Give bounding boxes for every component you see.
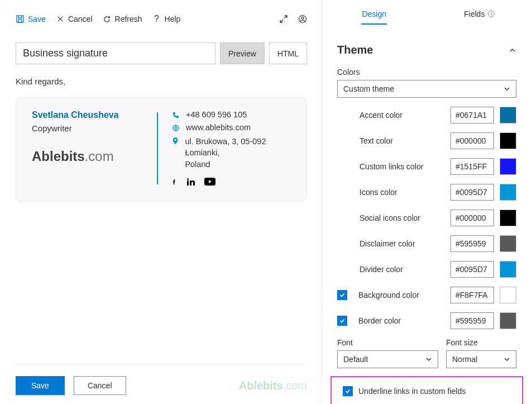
- footer-logo: Ablebits.com: [239, 379, 307, 392]
- signature-preview-card: Svetlana Cheusheva Copywriter Ablebits.c…: [16, 97, 307, 202]
- facebook-icon: [171, 178, 178, 187]
- colors-label: Colors: [337, 68, 516, 77]
- chevron-down-icon: [425, 356, 432, 363]
- color-hex-input[interactable]: [450, 261, 494, 278]
- toolbar-save-label: Save: [28, 15, 46, 23]
- signature-role: Copywriter: [32, 123, 143, 133]
- color-label: Text color: [337, 136, 445, 145]
- font-select-value: Default: [343, 355, 368, 364]
- color-hex-input[interactable]: [450, 184, 494, 201]
- chevron-down-icon: [504, 85, 510, 92]
- color-swatch[interactable]: [500, 107, 516, 123]
- font-select[interactable]: Default: [337, 350, 438, 368]
- color-swatch[interactable]: [500, 210, 516, 226]
- signature-logo: Ablebits.com: [32, 149, 143, 164]
- signature-name-input[interactable]: [16, 42, 215, 64]
- toolbar-help-label: Help: [165, 15, 181, 23]
- color-swatch[interactable]: [500, 184, 516, 201]
- save-icon: [16, 15, 25, 23]
- color-swatch[interactable]: [500, 235, 516, 252]
- phone-icon: [171, 110, 180, 119]
- color-row: Accent color: [337, 107, 516, 123]
- color-hex-input[interactable]: [450, 312, 494, 329]
- tab-design-label: Design: [362, 9, 386, 18]
- globe-icon: [171, 123, 180, 132]
- color-swatch[interactable]: [500, 158, 516, 175]
- theme-section-title: Theme: [337, 44, 373, 56]
- font-label: Font: [337, 338, 438, 347]
- color-row: Background color: [337, 287, 516, 303]
- tab-fields[interactable]: Fields i: [427, 0, 533, 28]
- expand-button[interactable]: [279, 15, 288, 23]
- color-hex-input[interactable]: [450, 235, 494, 252]
- footer-cancel-button[interactable]: Cancel: [74, 376, 126, 395]
- cancel-icon: [56, 15, 65, 23]
- help-icon: ?: [152, 15, 161, 23]
- tab-fields-label: Fields: [464, 9, 485, 18]
- color-swatch[interactable]: [500, 261, 516, 278]
- color-row: Icons color: [337, 184, 516, 201]
- right-tabs: Design Fields i: [322, 0, 532, 28]
- greeting-text: Kind regards,: [16, 77, 307, 86]
- collapse-button[interactable]: [509, 46, 516, 54]
- tab-design[interactable]: Design: [322, 0, 427, 28]
- toolbar-help-button[interactable]: ? Help: [152, 15, 181, 23]
- toolbar-save-button[interactable]: Save: [16, 15, 46, 23]
- account-button[interactable]: [298, 15, 307, 23]
- color-hex-input[interactable]: [450, 287, 494, 303]
- svg-rect-1: [18, 20, 22, 22]
- font-size-label: Font size: [446, 338, 516, 347]
- color-hex-input[interactable]: [450, 210, 494, 226]
- underline-links-option[interactable]: Underline links in custom fields: [343, 386, 515, 396]
- toolbar-cancel-label: Cancel: [68, 15, 93, 23]
- color-label: Social icons color: [337, 213, 445, 222]
- color-hex-input[interactable]: [450, 158, 494, 175]
- font-size-select-value: Normal: [452, 355, 477, 364]
- signature-website: www.ablebits.com: [186, 123, 251, 132]
- color-row: Social icons color: [337, 210, 516, 226]
- color-hex-input[interactable]: [450, 132, 494, 149]
- color-row: Border color: [337, 312, 516, 329]
- info-icon: i: [488, 11, 495, 17]
- color-label: Background color: [358, 291, 445, 300]
- footer-save-button[interactable]: Save: [16, 376, 65, 395]
- logo-text-b: .com: [85, 149, 114, 164]
- checkbox-icon: [343, 386, 353, 396]
- underline-links-label: Underline links in custom fields: [358, 387, 466, 396]
- logo-text-a: Ablebits: [32, 149, 85, 164]
- color-label: Accent color: [337, 111, 445, 120]
- youtube-icon: [204, 178, 215, 187]
- svg-rect-0: [17, 16, 23, 22]
- color-label: Icons color: [337, 188, 445, 197]
- font-size-select[interactable]: Normal: [446, 350, 516, 368]
- color-swatch[interactable]: [500, 312, 516, 329]
- svg-point-6: [187, 178, 189, 180]
- signature-address: ul. Brukowa, 3, 05-092 Łomianki, Poland: [185, 136, 291, 170]
- color-row: Disclaimer color: [337, 235, 516, 252]
- signature-name: Svetlana Cheusheva: [32, 110, 143, 120]
- linkedin-icon: [186, 178, 195, 187]
- color-swatch[interactable]: [500, 132, 516, 149]
- theme-select[interactable]: Custom theme: [337, 80, 516, 98]
- color-label: Disclaimer color: [337, 239, 445, 248]
- expand-icon: [279, 15, 288, 23]
- toolbar-cancel-button[interactable]: Cancel: [56, 15, 93, 23]
- color-row: Custom links color: [337, 158, 516, 175]
- chevron-down-icon: [504, 356, 510, 363]
- refresh-icon: [103, 15, 112, 23]
- checkbox-icon[interactable]: [337, 316, 347, 326]
- account-icon: [298, 15, 307, 23]
- html-tab-button[interactable]: HTML: [269, 42, 307, 64]
- color-label: Custom links color: [337, 162, 445, 171]
- theme-select-value: Custom theme: [343, 84, 394, 93]
- footer: Save Cancel Ablebits.com: [16, 364, 307, 395]
- toolbar-refresh-label: Refresh: [115, 15, 142, 23]
- preview-tab-button[interactable]: Preview: [220, 42, 265, 64]
- color-row: Divider color: [337, 261, 516, 278]
- signature-divider: [157, 112, 158, 184]
- color-hex-input[interactable]: [450, 107, 494, 123]
- checkbox-icon[interactable]: [337, 290, 347, 300]
- toolbar-refresh-button[interactable]: Refresh: [103, 15, 142, 23]
- toolbar: Save Cancel Refresh ? Help: [16, 9, 307, 29]
- color-swatch[interactable]: [500, 287, 516, 303]
